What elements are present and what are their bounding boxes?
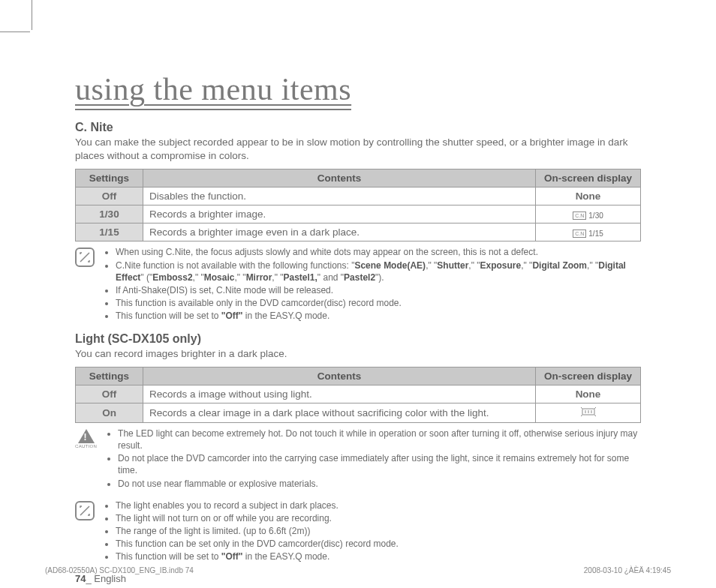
section-cnite-intro: You can make the subject recorded appear… [75,136,641,163]
svg-line-3 [581,415,582,416]
note-item: The light will not turn on or off while … [116,512,641,524]
setting-display: None [536,385,641,403]
note-item: This function is available only in the D… [116,297,641,309]
th-settings: Settings [76,367,143,385]
cnite-display-icon: C.N 1/30 [573,212,603,220]
setting-content: Disables the function. [143,188,536,206]
setting-label: Off [76,385,143,403]
note-icon [75,248,95,267]
setting-display: C.N 1/15 [536,224,641,242]
cnite-display-icon: C.N 1/15 [573,230,603,238]
cnite-notes-list: When using C.Nite, the focus adjusts slo… [102,246,641,322]
th-settings: Settings [76,170,143,188]
section-cnite-heading: C. Nite [75,121,641,134]
caution-icon: CAUTION [75,429,97,490]
section-light-intro: You can record images brighter in a dark… [75,347,641,361]
cn-badge: C.N [573,212,586,220]
setting-display [536,403,641,422]
setting-display: None [536,188,641,206]
setting-label: On [76,403,143,422]
th-display: On-screen display [536,367,641,385]
light-notes-list: The light enables you to record a subjec… [102,500,641,564]
th-contents: Contents [143,170,536,188]
svg-line-1 [581,407,582,409]
cnite-notes-block: When using C.Nite, the focus adjusts slo… [75,246,641,322]
table-row: Off Disables the function. None [76,188,641,206]
note-item: The range of the light is limited. (up t… [116,525,641,537]
setting-label: 1/15 [76,224,143,242]
cnite-settings-table: Settings Contents On-screen display Off … [75,169,641,242]
svg-line-2 [594,407,596,409]
setting-content: Records a clear image in a dark place wi… [143,403,536,422]
setting-display: C.N 1/30 [536,206,641,224]
table-row: On Records a clear image in a dark place… [76,403,641,422]
setting-content: Records a brighter image. [143,206,536,224]
cn-badge: C.N [573,230,586,238]
page-title: using the menu items [75,71,351,110]
caution-item: Do not place the DVD camcorder into the … [118,452,641,476]
light-on-icon [580,408,597,419]
note-icon [75,501,95,520]
table-row: Off Records a image without using light.… [76,385,641,403]
light-settings-table: Settings Contents On-screen display Off … [75,367,641,423]
note-item: This function will be set to "Off" in th… [116,550,641,562]
svg-line-4 [594,415,596,416]
th-display: On-screen display [536,170,641,188]
print-footer: (AD68-02550A) SC-DX100_ENG_IB.indb 74 20… [45,566,671,574]
note-item: This function can be set only in the DVD… [116,538,641,550]
setting-label: Off [76,188,143,206]
note-item: This function will be set to "Off" in th… [116,310,641,322]
page-content: using the menu items C. Nite You can mak… [0,0,716,588]
footer-left: (AD68-02550A) SC-DX100_ENG_IB.indb 74 [45,566,194,574]
footer-right: 2008-03-10 ¿ÀÈÄ 4:19:45 [584,566,671,574]
table-row: 1/15 Records a brighter image even in a … [76,224,641,242]
table-row: 1/30 Records a brighter image. C.N 1/30 [76,206,641,224]
setting-content: Records a image without using light. [143,385,536,403]
setting-label: 1/30 [76,206,143,224]
section-light-heading: Light (SC-DX105 only) [75,332,641,346]
light-caution-list: The LED light can become extremely hot. … [104,428,641,490]
caution-item: Do not use near flammable or explosive m… [118,478,641,490]
note-item: When using C.Nite, the focus adjusts slo… [116,246,641,258]
light-caution-block: CAUTION The LED light can become extreme… [75,428,641,490]
caution-item: The LED light can become extremely hot. … [118,428,641,452]
note-item: If Anti-Shake(DIS) is set, C.Nite mode w… [116,284,641,296]
setting-content: Records a brighter image even in a dark … [143,224,536,242]
light-notes-block: The light enables you to record a subjec… [75,500,641,564]
note-item: The light enables you to record a subjec… [116,500,641,512]
th-contents: Contents [143,367,536,385]
note-item: C.Nite function is not available with th… [116,260,641,284]
